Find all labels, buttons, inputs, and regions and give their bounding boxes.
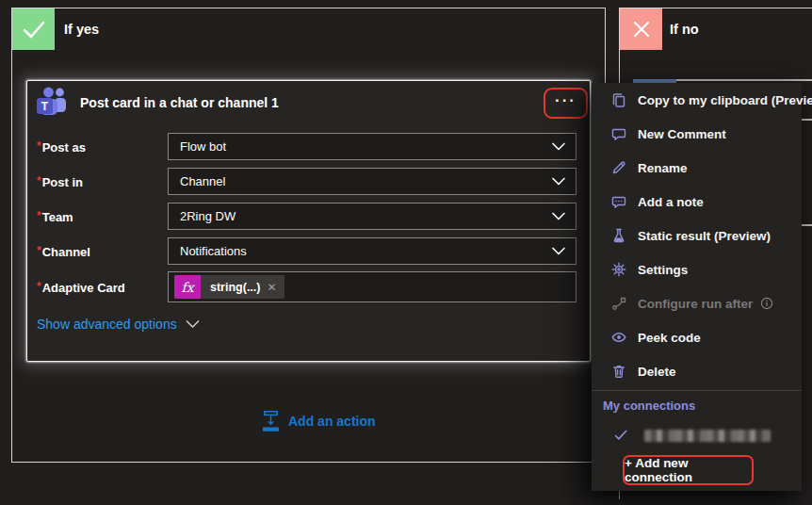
post-in-value: Channel bbox=[180, 174, 551, 188]
red-annotation-ellipsis: ··· bbox=[544, 88, 588, 119]
chevron-down-icon bbox=[551, 142, 566, 152]
action-context-menu: Copy to my clipboard (Preview) New Comme… bbox=[592, 83, 802, 491]
connection-account-row[interactable] bbox=[592, 419, 802, 451]
menu-item-rename[interactable]: Rename bbox=[592, 151, 802, 185]
post-in-dropdown[interactable]: Channel bbox=[168, 168, 577, 195]
post-in-label: *Post in bbox=[37, 168, 164, 196]
channel-dropdown[interactable]: Notifications bbox=[168, 237, 577, 265]
menu-item-settings[interactable]: Settings bbox=[592, 252, 802, 286]
channel-value: Notifications bbox=[180, 244, 551, 258]
chevron-down-icon bbox=[551, 177, 566, 187]
team-label: *Team bbox=[37, 203, 164, 231]
team-dropdown[interactable]: 2Ring DW bbox=[168, 203, 577, 230]
red-annotation-add-connection[interactable]: + Add new connection bbox=[623, 455, 754, 485]
eye-icon bbox=[610, 329, 627, 346]
post-as-dropdown[interactable]: Flow bot bbox=[168, 133, 577, 160]
fx-expression-icon: fx bbox=[174, 275, 201, 299]
post-card-action-card[interactable]: T Post card in a chat or channel 1 ··· *… bbox=[26, 80, 591, 362]
svg-text:T: T bbox=[41, 100, 49, 113]
chevron-down-icon bbox=[551, 247, 566, 256]
note-icon bbox=[610, 193, 627, 210]
connection-account-redacted bbox=[644, 430, 771, 442]
add-new-connection-button: + Add new connection bbox=[625, 456, 752, 484]
adaptive-card-input[interactable]: fx string(...) ✕ bbox=[168, 271, 577, 302]
trash-icon bbox=[610, 363, 627, 380]
required-marker: * bbox=[37, 209, 41, 222]
selected-check-icon bbox=[613, 428, 628, 443]
chevron-down-icon bbox=[186, 320, 200, 329]
microsoft-teams-icon: T bbox=[35, 85, 71, 122]
fx-token-pill[interactable]: fx string(...) ✕ bbox=[174, 275, 284, 299]
adaptive-card-label: *Adaptive Card bbox=[37, 271, 164, 303]
add-action-label: Add an action bbox=[288, 414, 376, 429]
my-connections-header: My connections bbox=[592, 391, 802, 419]
gear-icon bbox=[610, 261, 627, 278]
menu-item-configure-run-after: Configure run after bbox=[592, 286, 802, 320]
comment-icon bbox=[610, 125, 627, 142]
required-marker: * bbox=[37, 174, 41, 187]
team-value: 2Ring DW bbox=[180, 209, 551, 223]
copy-icon bbox=[610, 91, 627, 108]
post-as-label: *Post as bbox=[37, 133, 164, 161]
offscreen-card-edge bbox=[802, 119, 812, 121]
remove-token-icon[interactable]: ✕ bbox=[267, 281, 284, 294]
token-value: string(...) bbox=[201, 281, 267, 294]
chevron-down-icon bbox=[551, 212, 566, 221]
pencil-icon bbox=[610, 159, 627, 176]
advanced-options-label: Show advanced options bbox=[37, 317, 177, 332]
post-as-value: Flow bot bbox=[180, 139, 551, 154]
menu-item-add-a-note[interactable]: Add a note bbox=[592, 185, 802, 219]
channel-label: *Channel bbox=[37, 237, 164, 266]
menu-item-peek-code[interactable]: Peek code bbox=[592, 320, 802, 354]
required-marker: * bbox=[37, 139, 41, 153]
menu-item-copy-to-clipboard[interactable]: Copy to my clipboard (Preview) bbox=[592, 83, 802, 117]
info-icon bbox=[760, 297, 773, 310]
show-advanced-options-link[interactable]: Show advanced options bbox=[37, 317, 200, 332]
menu-item-delete[interactable]: Delete bbox=[592, 354, 802, 388]
add-an-action-button[interactable]: Add an action bbox=[261, 410, 376, 432]
flask-icon bbox=[610, 227, 627, 244]
offscreen-card-edge bbox=[802, 224, 812, 226]
menu-item-new-comment[interactable]: New Comment bbox=[592, 117, 802, 151]
required-marker: * bbox=[37, 280, 41, 293]
menu-item-static-result[interactable]: Static result (Preview) bbox=[592, 219, 802, 252]
card-menu-button[interactable]: ··· bbox=[555, 96, 577, 106]
required-marker: * bbox=[37, 244, 41, 257]
action-card-title: Post card in a chat or channel 1 bbox=[80, 95, 279, 110]
insert-action-icon bbox=[261, 410, 281, 432]
run-after-icon bbox=[610, 295, 627, 312]
